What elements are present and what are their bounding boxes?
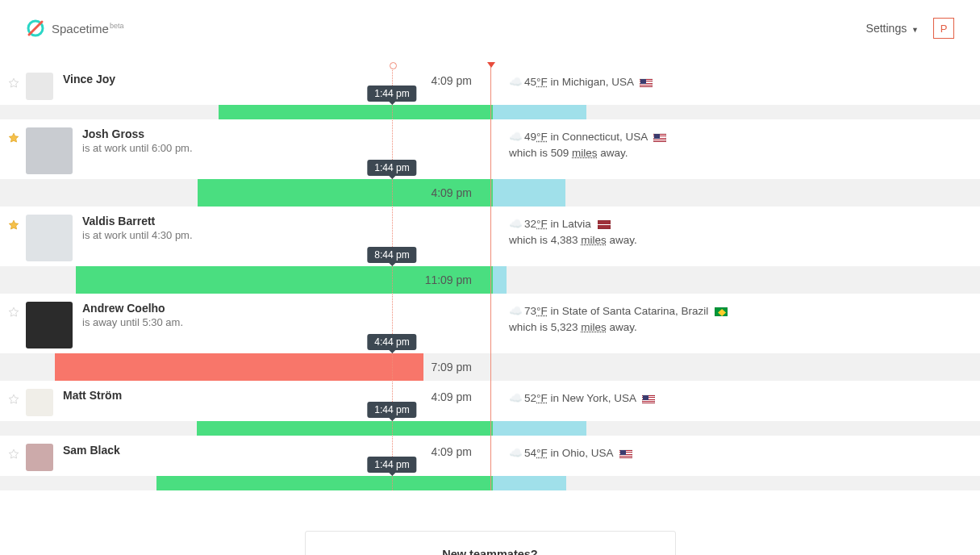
logo[interactable]: Spacetimebeta [26, 19, 123, 38]
local-time: 11:09 pm [425, 273, 472, 286]
person-name: Andrew Coelho [82, 302, 292, 315]
person-name: Vince Joy [63, 73, 273, 86]
availability-bar[interactable] [0, 476, 980, 490]
person-header: Sam Black4:09 pm☁️54°F in Ohio, USA [0, 436, 980, 476]
header-right: Settings ▼ P [866, 18, 954, 39]
person-name: Matt Ström [63, 389, 273, 402]
person-row: Vince Joy4:09 pm☁️45°F in Michigan, USA … [0, 65, 980, 119]
flag-icon [598, 220, 611, 229]
person-row: Andrew Coelhois away until 5:30 am.☁️73°… [0, 294, 980, 381]
temperature: 73 [524, 305, 536, 317]
flag-icon [619, 449, 632, 458]
avatar[interactable] [26, 302, 73, 348]
miles-unit-toggle[interactable]: miles [581, 321, 607, 333]
location: Connecticut, USA [562, 131, 648, 143]
green-segment [156, 476, 493, 490]
availability-bar[interactable] [0, 421, 980, 436]
person-row: Matt Ström4:09 pm☁️52°F in New York, USA… [0, 381, 980, 436]
app-name: Spacetimebeta [52, 22, 123, 35]
timeline-area: Vince Joy4:09 pm☁️45°F in Michigan, USA … [0, 56, 980, 490]
name-block: Vince Joy [63, 73, 273, 86]
green-segment [197, 421, 493, 436]
cloud-icon: ☁️ [509, 218, 523, 230]
person-row: Valdis Barrettis at work until 4:30 pm.☁… [0, 207, 980, 294]
temp-unit[interactable]: °F [536, 76, 548, 88]
avatar[interactable] [26, 215, 73, 261]
flag-icon [653, 133, 666, 142]
local-time: 4:09 pm [431, 74, 472, 87]
temperature: 49 [524, 131, 536, 143]
blue-segment [493, 421, 586, 436]
temperature: 52 [524, 392, 536, 404]
invite-title: New teammates? [323, 548, 657, 555]
flag-icon [715, 307, 728, 316]
caret-down-icon: ▼ [911, 26, 919, 34]
distance-line: which is 4,383 miles away. [509, 232, 637, 248]
avatar[interactable] [26, 127, 73, 174]
temp-unit[interactable]: °F [536, 305, 548, 317]
person-row: Sam Black4:09 pm☁️54°F in Ohio, USA 1:44… [0, 436, 980, 490]
name-block: Valdis Barrettis at work until 4:30 pm. [82, 215, 292, 241]
person-header: Matt Ström4:09 pm☁️52°F in New York, USA [0, 381, 980, 421]
cloud-icon: ☁️ [509, 76, 523, 88]
local-time: 4:09 pm [431, 390, 472, 403]
favorite-star-icon[interactable] [8, 132, 19, 144]
person-status: is at work until 4:30 pm. [82, 229, 292, 241]
name-block: Andrew Coelhois away until 5:30 am. [82, 302, 292, 328]
local-time: 7:09 pm [431, 361, 472, 373]
user-avatar-badge[interactable]: P [933, 18, 954, 39]
local-time: 4:09 pm [431, 445, 472, 458]
avatar[interactable] [26, 73, 53, 100]
cloud-icon: ☁️ [509, 305, 523, 317]
location: Ohio, USA [562, 447, 613, 459]
app-header: Spacetimebeta Settings ▼ P [0, 0, 980, 56]
flag-icon [642, 394, 655, 403]
availability-bar[interactable] [0, 105, 980, 119]
weather-info: ☁️32°F in Latvia which is 4,383 miles aw… [509, 216, 637, 248]
blue-segment [493, 105, 586, 119]
temp-unit[interactable]: °F [536, 131, 548, 143]
flag-icon [640, 78, 653, 87]
cloud-icon: ☁️ [509, 131, 523, 143]
weather-info: ☁️73°F in State of Santa Catarina, Brazi… [509, 303, 728, 335]
blue-segment [493, 179, 565, 207]
favorite-star-icon[interactable] [8, 77, 19, 89]
availability-bar[interactable]: 4:09 pm [0, 179, 980, 207]
favorite-star-icon[interactable] [8, 219, 19, 231]
location: Latvia [562, 218, 591, 230]
settings-link[interactable]: Settings ▼ [866, 22, 919, 35]
logo-icon [26, 19, 45, 38]
person-header: Josh Grossis at work until 6:00 pm.☁️49°… [0, 119, 980, 179]
favorite-star-icon[interactable] [8, 307, 19, 318]
red-segment [55, 353, 423, 381]
location: New York, USA [562, 392, 636, 404]
temp-unit[interactable]: °F [536, 392, 548, 404]
cloud-icon: ☁️ [509, 392, 523, 404]
person-name: Josh Gross [82, 127, 292, 140]
temperature: 32 [524, 218, 536, 230]
location: State of Santa Catarina, Brazil [562, 305, 709, 317]
temp-unit[interactable]: °F [536, 447, 548, 459]
availability-bar[interactable]: 7:09 pm [0, 353, 980, 381]
avatar[interactable] [26, 444, 53, 471]
invite-box: New teammates? Invite your crew by shari… [305, 531, 676, 555]
miles-unit-toggle[interactable]: miles [572, 147, 598, 159]
person-status: is away until 5:30 am. [82, 316, 292, 328]
person-name: Sam Black [63, 444, 273, 457]
avatar[interactable] [26, 389, 53, 416]
weather-info: ☁️54°F in Ohio, USA [509, 445, 632, 461]
availability-bar[interactable]: 11:09 pm [0, 266, 980, 294]
favorite-star-icon[interactable] [8, 449, 19, 460]
miles-unit-toggle[interactable]: miles [581, 234, 607, 246]
local-time: 4:09 pm [431, 186, 472, 199]
person-row: Josh Grossis at work until 6:00 pm.☁️49°… [0, 119, 980, 207]
name-block: Sam Black [63, 444, 273, 457]
weather-info: ☁️45°F in Michigan, USA [509, 74, 653, 90]
person-header: Valdis Barrettis at work until 4:30 pm.☁… [0, 207, 980, 266]
temp-unit[interactable]: °F [536, 218, 548, 230]
cloud-icon: ☁️ [509, 447, 523, 459]
favorite-star-icon[interactable] [8, 394, 19, 405]
weather-info: ☁️49°F in Connecticut, USA which is 509 … [509, 129, 666, 161]
temperature: 45 [524, 76, 536, 88]
blue-segment [493, 266, 507, 294]
